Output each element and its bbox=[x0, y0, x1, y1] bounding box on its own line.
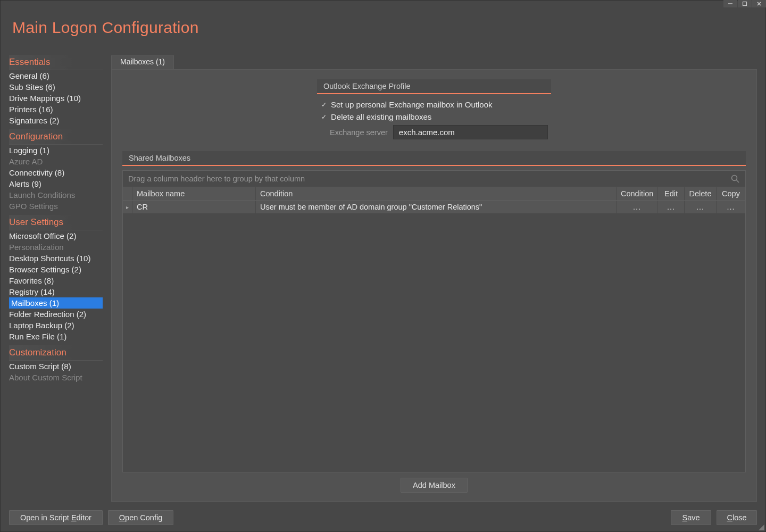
sidebar-item[interactable]: Favorites (8) bbox=[9, 275, 103, 286]
grid-header-indicator bbox=[123, 187, 132, 200]
sidebar-item[interactable]: Sub Sites (6) bbox=[9, 81, 103, 93]
main-panel: Mailboxes (1) Outlook Exchange Profile ✓… bbox=[111, 55, 757, 502]
exchange-server-label: Exchange server bbox=[330, 128, 388, 137]
grid-group-bar[interactable]: Drag a column header here to group by th… bbox=[123, 171, 745, 187]
content-row: EssentialsGeneral (6)Sub Sites (6)Drive … bbox=[9, 55, 757, 502]
save-button[interactable]: Save bbox=[671, 510, 711, 525]
tab-body: Outlook Exchange Profile ✓ Set up person… bbox=[111, 69, 757, 502]
sidebar-item: Personalization bbox=[9, 242, 103, 253]
sidebar-item[interactable]: Run Exe File (1) bbox=[9, 331, 103, 342]
sidebar-item[interactable]: Desktop Shortcuts (10) bbox=[9, 253, 103, 264]
nav-section-header: Essentials bbox=[9, 55, 103, 70]
sidebar-item[interactable]: Alerts (9) bbox=[9, 178, 103, 189]
nav-section-header: Customization bbox=[9, 345, 103, 361]
sidebar-item[interactable]: Laptop Backup (2) bbox=[9, 320, 103, 331]
open-script-editor-button[interactable]: Open in Script Editor bbox=[9, 510, 103, 525]
sidebar-item[interactable]: Mailboxes (1) bbox=[9, 297, 103, 309]
grid-empty-area bbox=[123, 213, 745, 472]
shared-mailboxes-grid: Drag a column header here to group by th… bbox=[122, 170, 746, 472]
minimize-button[interactable] bbox=[723, 0, 737, 7]
close-window-button[interactable] bbox=[752, 0, 766, 7]
search-icon[interactable] bbox=[730, 174, 740, 184]
add-mailbox-button[interactable]: Add Mailbox bbox=[401, 478, 468, 493]
nav-section-header: Configuration bbox=[9, 129, 103, 145]
sidebar-item[interactable]: Logging (1) bbox=[9, 145, 103, 156]
exchange-profile-section: Outlook Exchange Profile ✓ Set up person… bbox=[317, 79, 551, 142]
checkbox-setup-mailbox-label: Set up personal Exchange mailbox in Outl… bbox=[331, 100, 493, 109]
row-indicator-icon: ▸ bbox=[123, 201, 132, 213]
grid-header-delete[interactable]: Delete bbox=[685, 187, 717, 200]
check-icon: ✓ bbox=[320, 113, 328, 121]
tabstrip: Mailboxes (1) bbox=[111, 55, 757, 69]
cell-copy-button[interactable]: ... bbox=[717, 201, 745, 213]
grid-header-name[interactable]: Mailbox name bbox=[132, 187, 256, 200]
btn-label: Save bbox=[682, 513, 700, 522]
sidebar-item[interactable]: Signatures (2) bbox=[9, 115, 103, 126]
open-config-button[interactable]: Open Config bbox=[108, 510, 173, 525]
cell-edit-button[interactable]: ... bbox=[658, 201, 685, 213]
check-icon: ✓ bbox=[320, 101, 328, 109]
shared-mailboxes-header: Shared Mailboxes bbox=[122, 151, 746, 166]
sidebar-item[interactable]: Connectivity (8) bbox=[9, 167, 103, 178]
checkbox-delete-mailboxes[interactable]: ✓ Delete all existing mailboxes bbox=[320, 111, 548, 123]
tab-mailboxes[interactable]: Mailboxes (1) bbox=[111, 55, 174, 69]
table-row[interactable]: ▸ CR User must be member of AD domain gr… bbox=[123, 201, 745, 213]
cell-condition-text[interactable]: User must be member of AD domain group "… bbox=[256, 201, 617, 213]
nav-section-header: User Settings bbox=[9, 215, 103, 230]
exchange-profile-header: Outlook Exchange Profile bbox=[317, 79, 551, 94]
sidebar-item: Launch Conditions bbox=[9, 189, 103, 201]
grid-group-hint: Drag a column header here to group by th… bbox=[128, 174, 305, 183]
sidebar-item[interactable]: General (6) bbox=[9, 70, 103, 81]
resize-grip-icon: ◢ bbox=[757, 523, 764, 530]
sidebar-item[interactable]: Printers (16) bbox=[9, 104, 103, 115]
grid-header-row: Mailbox name Condition Condition Edit De… bbox=[123, 187, 745, 201]
svg-rect-1 bbox=[743, 2, 747, 6]
sidebar-item[interactable]: Registry (14) bbox=[9, 286, 103, 297]
cell-delete-button[interactable]: ... bbox=[685, 201, 717, 213]
btn-label: Close bbox=[727, 513, 746, 522]
checkbox-delete-mailboxes-label: Delete all existing mailboxes bbox=[331, 112, 431, 121]
window-frame: Main Logon Configuration EssentialsGener… bbox=[0, 0, 766, 532]
exchange-server-input[interactable] bbox=[393, 125, 548, 139]
sidebar-item: About Custom Script bbox=[9, 372, 103, 383]
page-title: Main Logon Configuration bbox=[12, 19, 757, 37]
maximize-button[interactable] bbox=[738, 0, 752, 7]
sidebar-item[interactable]: Custom Script (8) bbox=[9, 361, 103, 372]
btn-label: Open Config bbox=[119, 513, 162, 522]
sidebar-item[interactable]: Microsoft Office (2) bbox=[9, 230, 103, 242]
sidebar-item[interactable]: Browser Settings (2) bbox=[9, 264, 103, 275]
sidebar-item: GPO Settings bbox=[9, 201, 103, 212]
shared-mailboxes-section: Shared Mailboxes Drag a column header he… bbox=[122, 151, 746, 493]
close-button[interactable]: Close bbox=[717, 510, 757, 525]
grid-header-copy[interactable]: Copy bbox=[717, 187, 745, 200]
svg-point-4 bbox=[732, 176, 737, 181]
checkbox-setup-mailbox[interactable]: ✓ Set up personal Exchange mailbox in Ou… bbox=[320, 98, 548, 111]
btn-label: Open in Script Editor bbox=[20, 513, 91, 522]
window-controls bbox=[723, 0, 766, 10]
sidebar-item[interactable]: Drive Mappings (10) bbox=[9, 93, 103, 104]
grid-header-edit[interactable]: Edit bbox=[658, 187, 685, 200]
sidebar: EssentialsGeneral (6)Sub Sites (6)Drive … bbox=[9, 55, 103, 502]
sidebar-item: Azure AD bbox=[9, 156, 103, 167]
sidebar-item[interactable]: Folder Redirection (2) bbox=[9, 309, 103, 320]
grid-header-condition-text[interactable]: Condition bbox=[256, 187, 617, 200]
cell-condition-button[interactable]: ... bbox=[617, 201, 658, 213]
cell-mailbox-name[interactable]: CR bbox=[132, 201, 256, 213]
footer: Open in Script Editor Open Config Save C… bbox=[9, 502, 757, 525]
svg-line-5 bbox=[737, 180, 739, 183]
grid-header-condition[interactable]: Condition bbox=[617, 187, 658, 200]
